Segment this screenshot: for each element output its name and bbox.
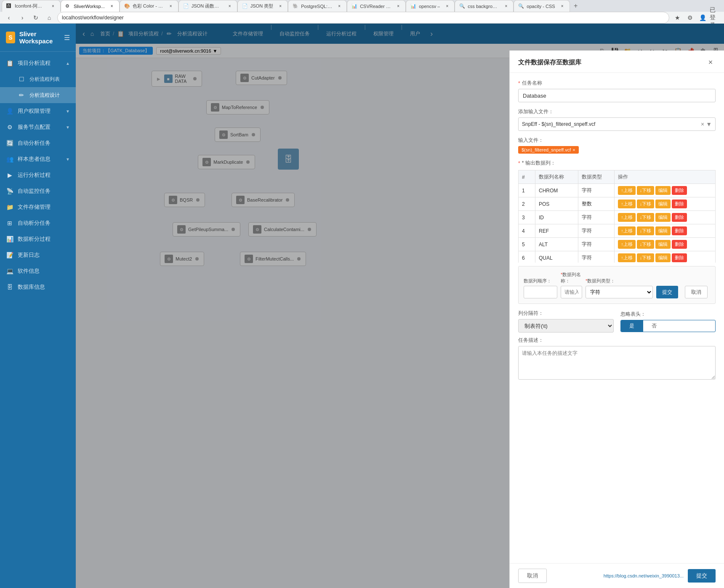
tab-close-iconfont[interactable]: ×: [50, 3, 56, 9]
file-dropdown-icon[interactable]: ▼: [706, 121, 712, 128]
tab-close-postgres[interactable]: ×: [336, 3, 342, 9]
row-4-up-button[interactable]: ↑上移: [618, 226, 636, 235]
row-3-down-button[interactable]: ↓下移: [637, 213, 655, 222]
tab-close-json-type[interactable]: ×: [277, 3, 283, 9]
row-actions-4: ↑上移 ↓下移 编辑 删除: [615, 224, 716, 238]
sidebar-item-project-analysis[interactable]: 📋 项目分析流程 ▲: [0, 55, 76, 71]
tab-json-type[interactable]: 📄 JSON 类型 ×: [237, 0, 288, 12]
row-5-edit-button[interactable]: 编辑: [655, 240, 671, 249]
row-4-edit-button[interactable]: 编辑: [655, 226, 671, 235]
tab-favicon-css-bg: 🔍: [459, 3, 465, 9]
row-2-delete-button[interactable]: 删除: [672, 200, 687, 208]
row-5-up-button[interactable]: ↑上移: [618, 240, 636, 249]
row-1-edit-button[interactable]: 编辑: [655, 186, 671, 195]
row-2-up-button[interactable]: ↑上移: [618, 200, 636, 208]
sidebar-item-auto-analysis[interactable]: 🔄 自动分析任务: [0, 135, 76, 151]
row-6-edit-button[interactable]: 编辑: [655, 253, 671, 262]
col-type-select[interactable]: 字符 整数 浮点数 日期 布尔: [586, 286, 653, 298]
row-type-1: 字符: [578, 184, 615, 197]
tab-close-color[interactable]: ×: [168, 3, 174, 9]
sidebar-item-auto-monitor[interactable]: 📡 自动监控任务: [0, 183, 76, 199]
modal-submit-button[interactable]: 提交: [688, 569, 716, 583]
sidebar-item-file-storage[interactable]: 📁 文件存储管理: [0, 199, 76, 215]
add-row-cancel-button[interactable]: 取消: [685, 286, 708, 298]
row-num-2: 2: [519, 197, 535, 211]
sidebar-label-update-log: 更新日志: [18, 251, 40, 259]
row-type-4: 字符: [578, 224, 615, 238]
tab-opencsv[interactable]: 📊 opencsv – ×: [406, 0, 455, 12]
row-6-up-button[interactable]: ↑上移: [618, 253, 636, 262]
row-2-edit-button[interactable]: 编辑: [655, 200, 671, 208]
input-tag-close-icon[interactable]: ×: [572, 147, 575, 152]
sidebar-item-update-log[interactable]: 📝 更新日志: [0, 247, 76, 263]
tab-iconfont[interactable]: 🅰 Iconfont-阿里云... ×: [2, 0, 61, 12]
tab-close-json-func[interactable]: ×: [227, 3, 233, 9]
extension-icon-3[interactable]: 👤: [697, 12, 708, 23]
task-name-label-text: 任务名称: [522, 80, 542, 87]
tab-close-sliver[interactable]: ×: [109, 3, 115, 9]
tab-css-bg[interactable]: 🔍 css backgroun... ×: [455, 0, 514, 12]
sidebar-label-file-storage: 文件存储管理: [18, 203, 51, 211]
seq-input[interactable]: [524, 286, 557, 298]
tab-postgres[interactable]: 🐘 PostgreSQL:D... ×: [288, 0, 347, 12]
row-5-delete-button[interactable]: 删除: [672, 240, 687, 249]
row-5-down-button[interactable]: ↓下移: [637, 240, 655, 249]
row-1-delete-button[interactable]: 删除: [672, 186, 687, 195]
row-1-down-button[interactable]: ↓下移: [637, 186, 655, 195]
new-tab-button[interactable]: +: [570, 0, 582, 12]
sidebar-item-software-info[interactable]: 💻 软件信息: [0, 263, 76, 279]
row-num-5: 5: [519, 238, 535, 251]
row-3-edit-button[interactable]: 编辑: [655, 213, 671, 222]
ignore-header-yes-button[interactable]: 是: [621, 320, 643, 332]
separator-select[interactable]: 制表符(\t) 逗号(,): [518, 319, 614, 333]
sidebar-item-db-info[interactable]: 🗄 数据库信息: [0, 279, 76, 295]
modal-close-button[interactable]: ×: [705, 57, 716, 67]
tab-json-func[interactable]: 📄 JSON 函数和#... ×: [178, 0, 237, 12]
extension-icon-2[interactable]: ⚙: [684, 12, 695, 23]
row-name-2: POS: [535, 197, 578, 211]
tab-close-css-bg[interactable]: ×: [503, 3, 509, 9]
row-4-delete-button[interactable]: 删除: [672, 226, 687, 235]
home-button[interactable]: ⌂: [44, 12, 55, 23]
sidebar-item-analysis-list[interactable]: ☐ 分析流程列表: [0, 71, 76, 87]
sidebar-item-data-split[interactable]: 📊 数据析分过程: [0, 231, 76, 247]
tab-csvreader[interactable]: 📊 CSVReader [op... ×: [347, 0, 406, 12]
row-4-down-button[interactable]: ↓下移: [637, 226, 655, 235]
tab-close-opencsv[interactable]: ×: [444, 3, 450, 9]
refresh-button[interactable]: ↻: [30, 12, 41, 23]
tab-opacity[interactable]: 🔍 opacity - CSS ×: [514, 0, 570, 12]
sidebar-item-sample-patient[interactable]: 👥 样本患者信息 ▼: [0, 151, 76, 167]
row-2-down-button[interactable]: ↓下移: [637, 200, 655, 208]
row-3-delete-button[interactable]: 删除: [672, 213, 687, 222]
sidebar-menu-button[interactable]: ☰: [64, 34, 70, 42]
back-button[interactable]: ‹: [3, 12, 14, 23]
modal-title: 文件数据保存至数据库: [518, 59, 705, 67]
modal-cancel-button[interactable]: 取消: [518, 569, 547, 583]
tab-close-csvreader[interactable]: ×: [395, 3, 401, 9]
row-6-delete-button[interactable]: 删除: [672, 253, 687, 262]
forward-button[interactable]: ›: [17, 12, 28, 23]
file-input-field[interactable]: [522, 121, 698, 127]
task-desc-textarea[interactable]: [518, 346, 716, 380]
sidebar-item-service-node[interactable]: ⚙ 服务节点配置 ▼: [0, 119, 76, 135]
extension-icon-1[interactable]: ★: [672, 12, 683, 23]
row-6-down-button[interactable]: ↓下移: [637, 253, 655, 262]
add-row-submit-button[interactable]: 提交: [656, 286, 678, 298]
analysis-design-icon: ✏: [18, 91, 25, 99]
sidebar-item-user-rights[interactable]: 👤 用户权限管理 ▼: [0, 103, 76, 119]
tab-close-opacity[interactable]: ×: [559, 3, 565, 9]
ignore-header-no-button[interactable]: 否: [643, 320, 665, 332]
row-1-up-button[interactable]: ↑上移: [618, 186, 636, 195]
separator-field: 列分隔符： 制表符(\t) 逗号(,): [518, 310, 614, 333]
row-3-up-button[interactable]: ↑上移: [618, 213, 636, 222]
col-name-input[interactable]: [561, 286, 582, 298]
user-profile-icon[interactable]: 已登录: [710, 12, 721, 23]
tab-color[interactable]: 🎨 色彩 Color - iV... ×: [120, 0, 178, 12]
file-clear-icon[interactable]: ×: [701, 121, 704, 128]
sidebar-item-auto-split[interactable]: ⊞ 自动析分任务: [0, 215, 76, 231]
sidebar-item-run-analysis[interactable]: ▶ 运行分析过程: [0, 167, 76, 183]
tab-sliver[interactable]: ⚙ SliverWorksp... ×: [61, 0, 120, 12]
task-name-input[interactable]: [518, 89, 716, 102]
sidebar-item-analysis-design[interactable]: ✏ 分析流程设计: [0, 87, 76, 103]
address-bar[interactable]: localhost/workflow/designer: [57, 12, 669, 24]
